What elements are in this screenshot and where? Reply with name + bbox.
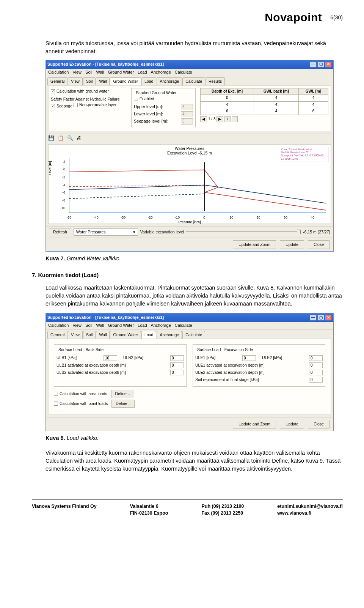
- copy-icon[interactable]: 📋: [58, 135, 64, 141]
- intro-paragraph: Sivulla on myös tulostusosa, jossa voi p…: [46, 39, 343, 55]
- excavation-side-group: Surface Load - Excavation Side: [196, 347, 254, 353]
- gwl-table[interactable]: Depth of Exc. [m]GWL back [m]GWL [m] 044…: [200, 88, 328, 115]
- menu-bar-2[interactable]: CalculationViewSoilWallGround WaterLoadA…: [46, 322, 333, 330]
- tab-row-2: General View Soil Wall Ground Water Load…: [46, 330, 333, 339]
- slider-value: -6,15 m (27/27): [303, 229, 330, 235]
- toolbar[interactable]: 💾 📋 🔍 🖨: [46, 134, 333, 143]
- upper-level-input[interactable]: 3: [181, 104, 193, 110]
- lower-level-input[interactable]: 4: [181, 111, 193, 117]
- app-window-load: Supported Excavation - [Tukiseinä_käyttö…: [46, 313, 334, 431]
- safety-factor-label: Safety Factor Against Hydraulic Failure: [51, 96, 127, 102]
- figure-7-label: Kuva 7.: [46, 255, 65, 261]
- checkbox-calc-gw[interactable]: ✓Calculation with ground water: [51, 88, 109, 94]
- close-button-2b[interactable]: Close: [308, 420, 329, 428]
- close-button[interactable]: ✕: [325, 61, 332, 68]
- ulb2-depth-input[interactable]: 0: [170, 370, 184, 375]
- refresh-button[interactable]: Refresh: [49, 228, 71, 236]
- ule2-depth-input[interactable]: 0: [309, 370, 323, 375]
- menu-bar[interactable]: CalculationViewSoilWallGround WaterLoadA…: [46, 69, 333, 77]
- print-icon[interactable]: 🖨: [77, 135, 82, 141]
- checkbox-nonperm[interactable]: Non-permeable layer: [74, 102, 116, 108]
- section-number: 7.: [32, 272, 37, 278]
- maximize-button[interactable]: ▢: [317, 61, 324, 68]
- tab-load-2[interactable]: Load: [141, 331, 156, 339]
- parched-gw-group: Parched Ground Water: [135, 90, 178, 96]
- table-pager[interactable]: ◀1 / 3▶+−: [200, 116, 328, 123]
- seepage-level-input[interactable]: 5: [181, 118, 193, 124]
- zoom-icon[interactable]: 🔍: [67, 135, 73, 141]
- app-window-groundwater: Supported Excavation - [Tukiseinä_käyttö…: [46, 60, 334, 252]
- ulb2-input[interactable]: 0: [170, 355, 184, 361]
- tab-soil[interactable]: Soil: [83, 77, 96, 85]
- section-title: Kuormien tiedot (Load): [38, 272, 99, 278]
- save-icon[interactable]: 💾: [48, 135, 54, 141]
- tab-load[interactable]: Load: [141, 77, 156, 85]
- tab-row: General View Soil Wall Ground Water Load…: [46, 76, 333, 85]
- figure-8-label: Kuva 8.: [46, 435, 65, 441]
- tab-results[interactable]: Results: [206, 77, 225, 85]
- excavation-slider[interactable]: [186, 231, 301, 233]
- window-title-2: Supported Excavation - [Tukiseinä_käyttö…: [47, 315, 164, 321]
- ulb1-depth-input[interactable]: 0: [170, 362, 184, 368]
- update-zoom-button[interactable]: Update and Zoom: [233, 240, 276, 249]
- tab-calculate[interactable]: Calculate: [182, 77, 205, 85]
- outro-paragraph: Viivakuorma tai keskitetty kuorma rakenn…: [46, 449, 343, 473]
- tab-groundwater[interactable]: Ground Water: [110, 77, 141, 85]
- window-title: Supported Excavation - [Tukiseinä_käyttö…: [47, 61, 164, 68]
- maximize-button-2[interactable]: ▢: [317, 315, 324, 321]
- define-area-button[interactable]: Define ..: [111, 390, 134, 398]
- close-button-win2[interactable]: ✕: [325, 315, 332, 321]
- tab-general[interactable]: General: [47, 77, 67, 85]
- soil-replace-input[interactable]: 0: [309, 377, 323, 383]
- checkbox-area-loads[interactable]: Calculation with area loads: [54, 391, 107, 397]
- define-point-button[interactable]: Define ..: [111, 400, 135, 408]
- tab-view[interactable]: View: [68, 77, 83, 85]
- ule2-input[interactable]: 0: [309, 355, 323, 361]
- ulb1-input[interactable]: 10: [104, 355, 117, 361]
- back-side-group: Surface Load - Back Side: [57, 347, 105, 353]
- brand-logo: Novapoint: [265, 9, 322, 26]
- checkbox-enabled[interactable]: Enabled: [134, 96, 154, 102]
- water-pressure-chart: Water PressuresExcavation Level -6,15 m …: [48, 144, 331, 224]
- page-footer: Vianova Systems Finland Oy Vaisalantie 6…: [32, 499, 343, 517]
- minimize-button-2[interactable]: —: [310, 315, 317, 321]
- update-button[interactable]: Update: [280, 240, 304, 249]
- ule1-depth-input[interactable]: 0: [309, 362, 323, 368]
- tab-wall[interactable]: Wall: [96, 77, 110, 85]
- checkbox-seepage[interactable]: ✓Seepage: [51, 103, 72, 109]
- checkbox-point-loads[interactable]: Calculation with point loads: [54, 401, 108, 406]
- update-zoom-button-2[interactable]: Update and Zoom: [233, 420, 276, 428]
- tab-anchorage[interactable]: Anchorage: [157, 77, 182, 85]
- page-number: 6(30): [330, 14, 343, 21]
- minimize-button[interactable]: —: [310, 61, 317, 68]
- close-button2[interactable]: Close: [308, 240, 329, 249]
- variable-exc-label: Variable excavation level: [140, 229, 184, 235]
- plot-type-dropdown[interactable]: Water Pressures▾: [74, 228, 138, 236]
- ule1-input[interactable]: 0: [242, 355, 256, 361]
- update-button-2[interactable]: Update: [280, 420, 304, 428]
- section-body: Load valikossa määritetään laskentakuorm…: [46, 284, 343, 308]
